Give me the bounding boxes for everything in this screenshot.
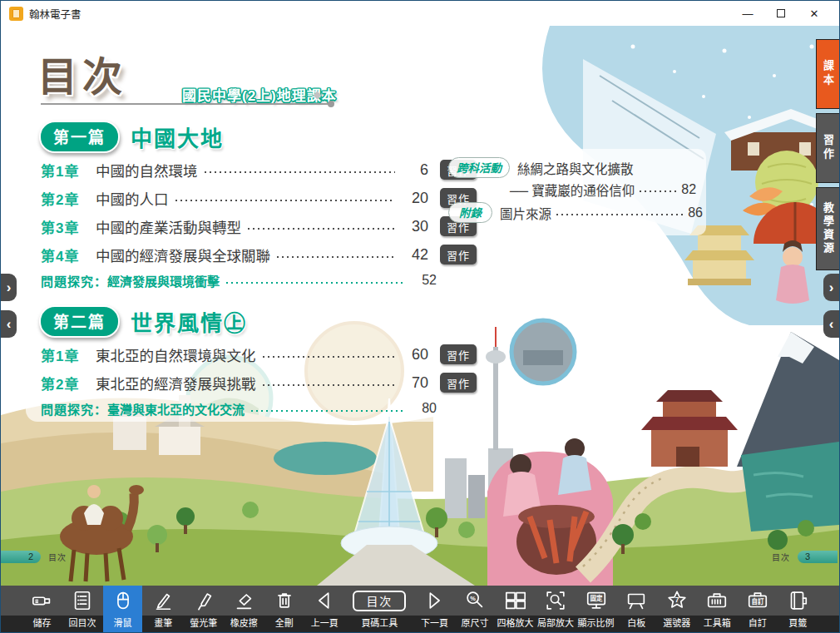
- zoom-percent-icon: %: [463, 589, 487, 612]
- trash-icon: [273, 589, 296, 612]
- app-logo-icon: [9, 7, 23, 21]
- right-page-number: 3: [798, 551, 838, 563]
- bottom-toolbar: 儲存 回目次 滑鼠 畫筆 螢光筆 橡皮擦: [1, 586, 839, 632]
- left-page-footer: 2 目次: [1, 551, 74, 563]
- section-1-title: 中國大地: [131, 121, 224, 152]
- book-page: 目次 國民中學(2上)地理課本 第一篇 中國大地 第1章 中國的自然環境 6 習…: [1, 26, 839, 586]
- prev-page-triangle-icon: [313, 589, 336, 612]
- toolbar-next-page[interactable]: 下一頁: [415, 586, 454, 632]
- toolbar-highlighter[interactable]: 螢光筆: [184, 586, 223, 632]
- highlighter-icon: [192, 589, 215, 612]
- page-title: 目次: [37, 44, 127, 102]
- section-1-badge: 第一篇: [39, 121, 120, 153]
- section-2-header: 第二篇 世界風情㊤: [39, 305, 247, 338]
- tab-resources[interactable]: 教學資源: [816, 187, 839, 270]
- toolbar-display-ratio[interactable]: 固定 顯示比例: [576, 586, 615, 632]
- title-bar: 翰林電子書 — ✕: [1, 1, 839, 26]
- right-edge-back-arrow[interactable]: ‹: [823, 310, 839, 338]
- minimize-button[interactable]: —: [731, 2, 764, 25]
- toolbar-partial-zoom[interactable]: 局部放大: [536, 586, 576, 632]
- toc-row-ch2[interactable]: 第2章 東北亞的經濟發展與挑戰 70 習作: [41, 368, 477, 397]
- section-1-header: 第一篇 中國大地: [39, 121, 224, 153]
- dot-leader: [275, 254, 395, 260]
- mouse-icon: [111, 589, 135, 612]
- toolbar-page-number-tool[interactable]: 目次 頁碼工具: [345, 586, 413, 632]
- section-2-badge: 第二篇: [39, 305, 120, 338]
- right-page-footer: 目次 3: [764, 551, 838, 563]
- left-edge-back-arrow[interactable]: ‹: [1, 310, 17, 338]
- number-7-text: 7: [674, 596, 679, 604]
- whiteboard-icon: [625, 589, 648, 612]
- cross-subject-entry[interactable]: 跨科活動 絲綢之路與文化擴散 ── 寶藏巖的通俗信仰 82: [448, 157, 703, 199]
- left-edge-forward-arrow[interactable]: ›: [1, 274, 17, 301]
- toc-row-ch1[interactable]: 第1章 東北亞的自然環境與文化 60 習作: [41, 340, 477, 368]
- toolbar-delete-all[interactable]: 全刪: [264, 586, 304, 632]
- next-page-triangle-icon: [422, 589, 446, 612]
- toolbar-whiteboard[interactable]: 白板: [617, 586, 656, 632]
- toc-row-explore-2[interactable]: 問題探究： 臺灣與東北亞的文化交流 80: [41, 397, 477, 420]
- fixed-text: 固定: [590, 594, 602, 602]
- dot-leader: [638, 188, 678, 195]
- section-2-rows: 第1章 東北亞的自然環境與文化 60 習作 第2章 東北亞的經濟發展與挑戰 70…: [41, 340, 477, 420]
- save-usb-icon: [31, 589, 54, 612]
- dot-leader: [250, 408, 403, 414]
- app-window: 翰林電子書 — ✕: [0, 0, 840, 633]
- partial-zoom-icon: [544, 589, 567, 612]
- workbook-badge[interactable]: 習作: [440, 373, 477, 393]
- maximize-icon: [777, 9, 785, 17]
- toc-row-ch4[interactable]: 第4章 中國的經濟發展與全球關聯 42 習作: [41, 240, 477, 269]
- maximize-button[interactable]: [764, 2, 798, 25]
- current-page-button[interactable]: 目次: [353, 591, 406, 611]
- workbook-badge[interactable]: 習作: [440, 245, 477, 265]
- left-page-number: 2: [1, 551, 41, 563]
- custom-text: 自訂: [751, 597, 763, 606]
- percent-text: %: [470, 595, 476, 602]
- toc-row-ch2[interactable]: 第2章 中國的人口 20 習作: [41, 184, 477, 212]
- side-tab-group: 課本 習作 教學資源: [816, 39, 839, 274]
- dot-leader: [203, 169, 395, 176]
- dot-leader: [174, 197, 395, 204]
- toolbar-page-tabs[interactable]: 頁籤: [778, 586, 818, 632]
- toc-row-ch1[interactable]: 第1章 中國的自然環境 6 習作: [41, 156, 477, 184]
- close-button[interactable]: ✕: [798, 2, 831, 25]
- toolbar-pen[interactable]: 畫筆: [144, 586, 183, 632]
- dot-leader: [225, 279, 403, 286]
- four-grid-icon: [504, 589, 527, 612]
- pen-icon: [151, 589, 175, 612]
- toolbar-save[interactable]: 儲存: [22, 586, 62, 632]
- appendix-entry[interactable]: 附錄 圖片來源 86: [448, 202, 703, 223]
- toolbar-original-size[interactable]: % 原尺寸: [455, 586, 494, 632]
- toolbar-four-grid-zoom[interactable]: 四格放大: [496, 586, 535, 632]
- toolbox-icon: [705, 589, 729, 612]
- section-2-title: 世界風情㊤: [131, 306, 247, 337]
- title-divider: [41, 103, 332, 105]
- tab-workbook[interactable]: 習作: [816, 113, 839, 183]
- dot-leader: [261, 354, 395, 360]
- page-tab-book-icon: [786, 589, 809, 612]
- toolbar-eraser[interactable]: 橡皮擦: [225, 586, 264, 632]
- dot-leader: [246, 225, 395, 232]
- right-edge-forward-arrow[interactable]: ›: [823, 274, 839, 301]
- toc-list-icon: [71, 589, 94, 612]
- app-title: 翰林電子書: [29, 6, 82, 22]
- toolbar-custom[interactable]: 自訂 自訂: [738, 586, 777, 632]
- appendix-badge: 附錄: [448, 202, 492, 223]
- workbook-badge[interactable]: 習作: [440, 344, 477, 364]
- star-number-icon: 7: [665, 589, 689, 612]
- monitor-fixed-icon: 固定: [585, 589, 608, 612]
- toolbar-prev-page[interactable]: 上一頁: [305, 586, 344, 632]
- toolbar-toolbox[interactable]: 工具箱: [698, 586, 737, 632]
- toc-row-explore-1[interactable]: 問題探究： 經濟發展與環境衝擊 52: [41, 269, 477, 292]
- toolbar-number-picker[interactable]: 7 選號器: [657, 586, 696, 632]
- custom-case-icon: 自訂: [746, 589, 769, 612]
- toc-row-ch3[interactable]: 第3章 中國的產業活動與轉型 30 習作: [41, 212, 477, 240]
- eraser-icon: [232, 589, 255, 612]
- toolbar-mouse[interactable]: 滑鼠: [103, 586, 142, 632]
- cross-subject-badge: 跨科活動: [448, 157, 510, 178]
- dot-leader: [261, 382, 395, 388]
- tab-textbook[interactable]: 課本: [816, 39, 839, 109]
- section-1-rows: 第1章 中國的自然環境 6 習作 第2章 中國的人口 20 習作 第3章 中國的…: [41, 156, 477, 292]
- dot-leader: [555, 211, 684, 218]
- toolbar-back-to-toc[interactable]: 回目次: [63, 586, 102, 632]
